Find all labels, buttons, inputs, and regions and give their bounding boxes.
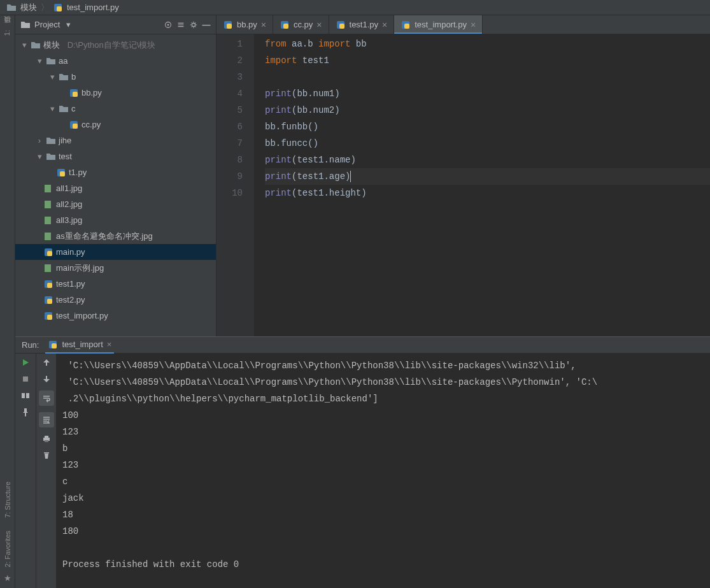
sidebar-title[interactable]: Project bbox=[34, 20, 60, 29]
star-icon: ★ bbox=[4, 573, 11, 583]
tree-file[interactable]: t1.py bbox=[15, 164, 216, 180]
svg-rect-19 bbox=[47, 283, 52, 288]
svg-point-4 bbox=[192, 23, 195, 26]
svg-rect-13 bbox=[45, 217, 51, 224]
tree-file[interactable]: test1.py bbox=[15, 276, 216, 292]
tree-root[interactable]: ▾模块 D:\Python自学笔记\模块 bbox=[15, 37, 216, 53]
code-content[interactable]: from aa.b import bb import test1 print(b… bbox=[261, 34, 710, 336]
breadcrumb-file[interactable]: test_import.py bbox=[67, 3, 119, 12]
gear-icon[interactable] bbox=[189, 20, 198, 29]
close-icon[interactable]: × bbox=[471, 20, 476, 30]
breadcrumb: 模块 〉 test_import.py bbox=[0, 0, 710, 15]
collapse-icon[interactable] bbox=[176, 20, 185, 29]
soft-wrap-icon[interactable] bbox=[39, 391, 54, 406]
arrow-down-icon[interactable] bbox=[41, 374, 52, 384]
svg-rect-12 bbox=[45, 201, 51, 208]
tree-folder[interactable]: ▾test bbox=[15, 148, 216, 164]
svg-rect-27 bbox=[283, 24, 288, 29]
tree-folder[interactable]: ▾aa bbox=[15, 53, 216, 69]
tree-file-selected[interactable]: main.py bbox=[15, 244, 216, 260]
trash-icon[interactable] bbox=[41, 450, 52, 461]
tree-file[interactable]: as重命名避免命名冲突.jpg bbox=[15, 228, 216, 244]
run-toolbar-left2 bbox=[36, 354, 56, 588]
svg-rect-34 bbox=[23, 376, 28, 382]
tab[interactable]: test1.py× bbox=[329, 15, 395, 34]
rerun-icon[interactable] bbox=[20, 357, 31, 368]
python-file-icon bbox=[53, 3, 63, 13]
close-icon[interactable]: × bbox=[107, 340, 112, 349]
svg-rect-39 bbox=[45, 440, 48, 442]
editor: bb.py× cc.py× test1.py× test_import.py× … bbox=[217, 15, 710, 336]
run-console[interactable]: 'C:\\Users\\40859\\AppData\\Local\\Progr… bbox=[56, 354, 710, 588]
close-icon[interactable]: × bbox=[261, 20, 266, 30]
svg-rect-21 bbox=[47, 299, 52, 304]
tree-folder[interactable]: ›jihe bbox=[15, 133, 216, 148]
left-tool-strip: 1: 项目 7: Structure 2: Favorites ★ bbox=[0, 15, 15, 588]
layout-icon[interactable] bbox=[20, 391, 31, 401]
cursor-caret bbox=[350, 171, 351, 182]
chevron-down-icon[interactable]: ▾ bbox=[64, 20, 73, 29]
svg-rect-17 bbox=[45, 264, 51, 272]
run-tab[interactable]: test_import × bbox=[45, 337, 114, 354]
code-area[interactable]: 12345678910 from aa.b import bb import t… bbox=[217, 34, 710, 336]
svg-rect-14 bbox=[45, 233, 51, 240]
tree-file[interactable]: main示例.jpg bbox=[15, 260, 216, 276]
close-icon[interactable]: × bbox=[382, 20, 387, 30]
svg-rect-23 bbox=[47, 315, 52, 320]
svg-rect-8 bbox=[73, 124, 78, 129]
svg-rect-31 bbox=[404, 24, 409, 29]
svg-rect-16 bbox=[47, 251, 52, 256]
stop-icon[interactable] bbox=[20, 374, 31, 384]
tree-file[interactable]: bb.py bbox=[15, 85, 216, 101]
tool-structure-tab[interactable]: 7: Structure bbox=[4, 482, 11, 518]
run-header: Run: test_import × bbox=[15, 337, 710, 354]
python-file-icon bbox=[48, 340, 58, 350]
tree-file[interactable]: cc.py bbox=[15, 117, 216, 133]
project-icon bbox=[20, 20, 31, 30]
chevron-right-icon: 〉 bbox=[41, 2, 49, 13]
project-sidebar: Project ▾ — ▾模块 D:\Python自学笔记\模块 ▾aa ▾b … bbox=[15, 15, 217, 336]
arrow-up-icon[interactable] bbox=[41, 357, 52, 368]
tree-folder[interactable]: ▾b bbox=[15, 69, 216, 85]
svg-rect-38 bbox=[45, 436, 48, 438]
svg-rect-36 bbox=[26, 393, 29, 398]
tree-folder[interactable]: ▾c bbox=[15, 101, 216, 117]
editor-tabs: bb.py× cc.py× test1.py× test_import.py× bbox=[217, 15, 710, 34]
svg-point-3 bbox=[167, 24, 169, 25]
svg-rect-1 bbox=[57, 6, 62, 11]
tab[interactable]: cc.py× bbox=[273, 15, 329, 34]
scroll-to-end-icon[interactable] bbox=[39, 412, 54, 427]
sidebar-header: Project ▾ — bbox=[15, 15, 216, 34]
target-locate-icon[interactable] bbox=[164, 20, 173, 29]
line-gutter: 12345678910 bbox=[217, 34, 255, 336]
pin-icon[interactable] bbox=[20, 407, 31, 417]
tab[interactable]: bb.py× bbox=[217, 15, 273, 34]
hide-icon[interactable]: — bbox=[202, 20, 211, 29]
tree-file[interactable]: all1.jpg bbox=[15, 180, 216, 196]
svg-rect-10 bbox=[60, 171, 65, 176]
tree-file[interactable]: all2.jpg bbox=[15, 196, 216, 212]
run-toolbar-left bbox=[15, 354, 36, 588]
tab-active[interactable]: test_import.py× bbox=[394, 15, 483, 34]
svg-rect-11 bbox=[45, 185, 51, 192]
project-tree[interactable]: ▾模块 D:\Python自学笔记\模块 ▾aa ▾b bb.py ▾c cc.… bbox=[15, 34, 216, 336]
svg-rect-25 bbox=[227, 24, 232, 29]
svg-rect-6 bbox=[73, 92, 78, 97]
svg-rect-35 bbox=[22, 393, 25, 398]
svg-rect-33 bbox=[52, 343, 57, 348]
close-icon[interactable]: × bbox=[316, 20, 322, 30]
run-title: Run: bbox=[22, 340, 39, 350]
run-panel: Run: test_import × bbox=[15, 336, 710, 588]
tree-file[interactable]: test2.py bbox=[15, 292, 216, 308]
tree-file[interactable]: all3.jpg bbox=[15, 212, 216, 228]
tool-project-tab[interactable]: 1: 项目 bbox=[3, 28, 12, 36]
tool-favorites-tab[interactable]: 2: Favorites bbox=[4, 531, 11, 567]
print-icon[interactable] bbox=[41, 434, 52, 444]
tree-file[interactable]: test_import.py bbox=[15, 308, 216, 324]
folder-icon bbox=[6, 3, 17, 13]
svg-rect-29 bbox=[339, 24, 344, 29]
fold-column bbox=[255, 34, 261, 336]
breadcrumb-root[interactable]: 模块 bbox=[20, 2, 37, 13]
